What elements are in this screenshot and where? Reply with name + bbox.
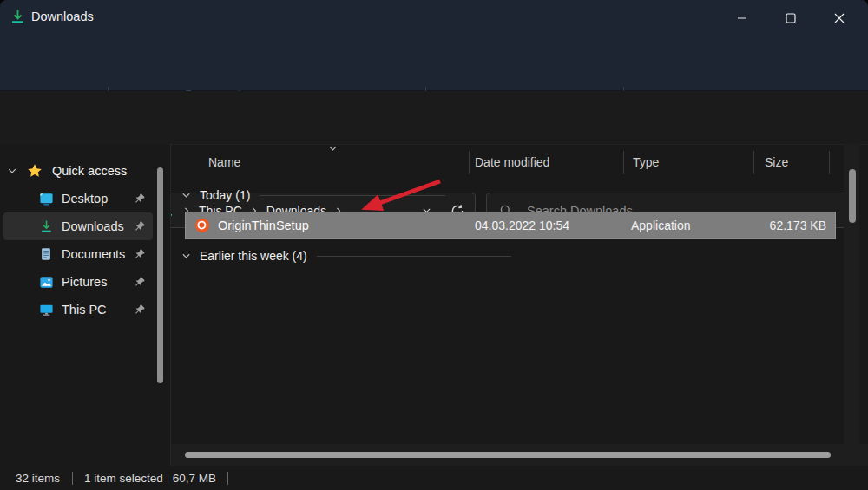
command-bar: New	[0, 36, 868, 90]
pin-icon	[134, 276, 146, 288]
pictures-icon	[38, 275, 54, 290]
origin-app-icon	[194, 217, 211, 234]
downloads-icon	[38, 219, 54, 234]
sidebar-item-label: Desktop	[62, 192, 134, 206]
sidebar-item-pictures[interactable]: Pictures	[3, 268, 153, 296]
maximize-button[interactable]	[771, 0, 811, 36]
group-divider-line	[317, 256, 511, 257]
column-header-size[interactable]: Size	[765, 155, 788, 169]
status-bar: 32 items 1 item selected 60,7 MB	[0, 466, 868, 490]
chevron-down-icon[interactable]	[7, 166, 17, 176]
pin-icon	[134, 193, 146, 205]
sidebar-item-quick-access[interactable]: Quick access	[0, 158, 156, 184]
group-header-earlier-this-week[interactable]: Earlier this week (4)	[171, 244, 511, 268]
star-icon	[27, 163, 43, 179]
title-bar: Downloads	[0, 0, 868, 36]
group-header-today[interactable]: Today (1)	[171, 183, 445, 207]
file-size: 62.173 KB	[770, 219, 826, 232]
sidebar-item-label: Downloads	[62, 219, 134, 233]
chevron-down-icon	[181, 252, 191, 260]
pin-icon	[134, 220, 146, 232]
selection-count: 1 item selected	[84, 472, 163, 485]
sidebar-item-label: Pictures	[62, 275, 134, 289]
navigation-pane: Quick access Desktop Downloads Doc	[0, 144, 171, 466]
top-band: Downloads New	[0, 0, 868, 91]
close-button[interactable]	[819, 0, 859, 36]
group-label: Today (1)	[200, 188, 250, 202]
chevron-down-icon	[181, 192, 191, 199]
downloads-icon	[10, 9, 26, 25]
pin-icon	[134, 248, 146, 260]
pin-icon	[134, 304, 146, 316]
minimize-button[interactable]	[722, 0, 762, 36]
window-title: Downloads	[31, 10, 94, 23]
column-divider	[623, 151, 624, 174]
file-date-modified: 04.03.2022 10:54	[475, 219, 569, 232]
group-label: Earlier this week (4)	[200, 249, 307, 263]
column-divider	[469, 151, 470, 174]
column-divider	[829, 151, 830, 174]
sort-indicator-chevron-icon	[328, 145, 338, 153]
column-header-type[interactable]: Type	[633, 155, 659, 169]
sidebar-item-documents[interactable]: Documents	[3, 240, 153, 268]
status-separator	[72, 472, 73, 485]
sidebar-item-label: Documents	[62, 247, 134, 261]
sidebar-item-downloads[interactable]: Downloads	[3, 212, 153, 240]
horizontal-scrollbar-thumb[interactable]	[185, 452, 831, 458]
file-name: OriginThinSetup	[218, 219, 309, 232]
file-list-pane: Name Date modified Type Size Today (1) O…	[171, 144, 868, 466]
selection-size: 60,7 MB	[173, 472, 216, 485]
sidebar-item-label: This PC	[62, 303, 134, 317]
column-divider	[753, 151, 754, 174]
column-header-date-modified[interactable]: Date modified	[475, 155, 549, 169]
vertical-scrollbar-thumb[interactable]	[849, 169, 856, 223]
file-type: Application	[631, 219, 691, 232]
sidebar-item-this-pc[interactable]: This PC	[3, 296, 153, 323]
sidebar-section-label: Quick access	[52, 164, 127, 178]
status-separator	[227, 472, 228, 485]
item-count: 32 items	[16, 472, 60, 485]
sidebar-scrollbar-thumb[interactable]	[157, 167, 163, 383]
column-header-name[interactable]: Name	[208, 155, 240, 169]
file-row-originthinsetup[interactable]: OriginThinSetup 04.03.2022 10:54 Applica…	[185, 212, 836, 239]
desktop-icon	[38, 192, 54, 206]
sidebar-item-desktop[interactable]: Desktop	[3, 185, 153, 212]
this-pc-icon	[38, 303, 54, 317]
address-row: This PC Downloads	[0, 91, 868, 145]
group-divider-line	[260, 195, 445, 196]
file-explorer-window: Downloads New	[0, 0, 868, 490]
documents-icon	[38, 247, 54, 261]
